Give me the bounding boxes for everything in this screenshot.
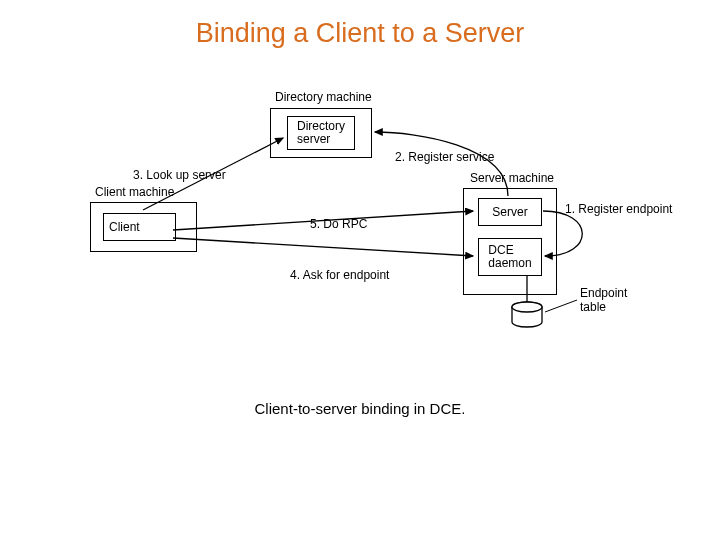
diagram-container: Directory machine Directory server Clien…	[85, 90, 640, 350]
endpoint-table-cylinder	[512, 302, 542, 327]
arrows-overlay	[85, 90, 640, 350]
svg-point-1	[512, 302, 542, 312]
caption: Client-to-server binding in DCE.	[0, 400, 720, 417]
svg-line-5	[173, 238, 473, 256]
svg-line-4	[173, 211, 473, 230]
svg-line-2	[545, 300, 577, 312]
page-title: Binding a Client to a Server	[0, 18, 720, 49]
svg-line-3	[143, 138, 283, 210]
